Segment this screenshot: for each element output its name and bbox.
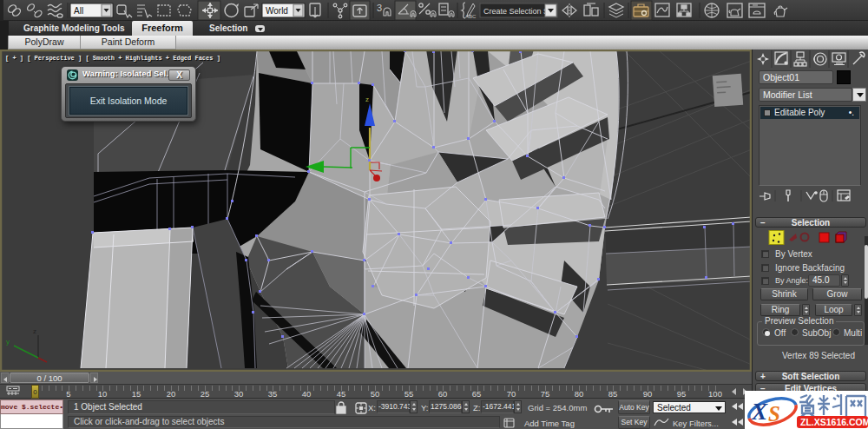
svg-text:All: All	[74, 6, 83, 16]
svg-text:S: S	[768, 402, 780, 426]
svg-text:[ + ] [ Perspective ] [ Smooth: [ + ] [ Perspective ] [ Smooth + Highlig…	[5, 55, 220, 62]
svg-text:y: y	[6, 338, 10, 346]
svg-text:z: z	[33, 327, 36, 335]
svg-text:3: 3	[377, 3, 382, 13]
svg-text:ABC: ABC	[465, 14, 477, 19]
svg-text:ZL.XS1616.COM: ZL.XS1616.COM	[800, 417, 868, 427]
svg-text:X: X	[751, 399, 768, 425]
svg-text:z: z	[365, 96, 369, 103]
svg-text:World: World	[266, 6, 288, 16]
svg-text:Create Selection Se: Create Selection Se	[483, 7, 553, 16]
